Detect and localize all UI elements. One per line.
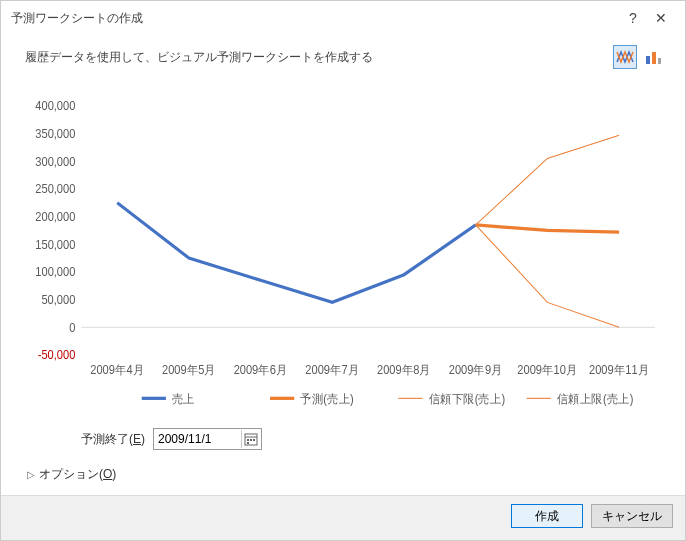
svg-rect-6 bbox=[247, 439, 249, 441]
help-button[interactable]: ? bbox=[619, 7, 647, 29]
y-tick-label: 400,000 bbox=[35, 100, 75, 112]
x-tick-label: 2009年9月 bbox=[449, 364, 503, 376]
legend-label: 予測(売上) bbox=[300, 392, 354, 404]
chart-type-group bbox=[613, 45, 665, 69]
chart-type-line-button[interactable] bbox=[613, 45, 637, 69]
svg-rect-9 bbox=[247, 442, 249, 444]
x-tick-label: 2009年10月 bbox=[517, 364, 577, 376]
legend-label: 信頼下限(売上) bbox=[429, 392, 506, 404]
svg-rect-8 bbox=[253, 439, 255, 441]
svg-rect-1 bbox=[652, 52, 656, 64]
forecast-end-label: 予測終了(E) bbox=[81, 431, 145, 448]
chart-type-bar-button[interactable] bbox=[641, 45, 665, 69]
y-tick-label: 50,000 bbox=[41, 294, 75, 306]
y-tick-label: 200,000 bbox=[35, 211, 75, 223]
y-tick-label: 250,000 bbox=[35, 183, 75, 195]
x-tick-label: 2009年6月 bbox=[234, 364, 288, 376]
series-line bbox=[476, 135, 619, 225]
x-tick-label: 2009年4月 bbox=[90, 364, 144, 376]
cancel-button[interactable]: キャンセル bbox=[591, 504, 673, 528]
legend-label: 売上 bbox=[172, 392, 195, 404]
options-label: オプション(O) bbox=[39, 466, 116, 483]
create-button[interactable]: 作成 bbox=[511, 504, 583, 528]
x-tick-label: 2009年8月 bbox=[377, 364, 431, 376]
chart-area: -50,000050,000100,000150,000200,000250,0… bbox=[21, 95, 665, 420]
x-tick-label: 2009年7月 bbox=[305, 364, 359, 376]
subtitle: 履歴データを使用して、ビジュアル予測ワークシートを作成する bbox=[21, 49, 613, 66]
forecast-dialog: 予測ワークシートの作成 ? ✕ 履歴データを使用して、ビジュアル予測ワークシート… bbox=[0, 0, 686, 541]
y-tick-label: 300,000 bbox=[35, 155, 75, 167]
titlebar: 予測ワークシートの作成 ? ✕ bbox=[1, 1, 685, 35]
forecast-end-input-wrapper bbox=[153, 428, 262, 450]
chevron-right-icon: ▷ bbox=[27, 469, 35, 480]
forecast-chart: -50,000050,000100,000150,000200,000250,0… bbox=[21, 95, 665, 420]
line-chart-icon bbox=[616, 48, 634, 66]
svg-rect-7 bbox=[250, 439, 252, 441]
options-toggle[interactable]: ▷ オプション(O) bbox=[27, 466, 665, 483]
bar-chart-icon bbox=[644, 48, 662, 66]
series-line bbox=[476, 225, 619, 327]
forecast-end-row: 予測終了(E) bbox=[81, 428, 665, 450]
x-tick-label: 2009年5月 bbox=[162, 364, 216, 376]
dialog-title: 予測ワークシートの作成 bbox=[11, 10, 619, 27]
subtitle-row: 履歴データを使用して、ビジュアル予測ワークシートを作成する bbox=[21, 45, 665, 69]
y-tick-label: 0 bbox=[69, 321, 75, 333]
y-tick-label: -50,000 bbox=[38, 349, 76, 361]
x-tick-label: 2009年11月 bbox=[589, 364, 649, 376]
close-button[interactable]: ✕ bbox=[647, 7, 675, 29]
series-line bbox=[117, 203, 475, 303]
button-bar: 作成 キャンセル bbox=[1, 495, 685, 540]
y-tick-label: 100,000 bbox=[35, 266, 75, 278]
date-picker-button[interactable] bbox=[241, 430, 259, 448]
y-tick-label: 150,000 bbox=[35, 238, 75, 250]
legend-label: 信頼上限(売上) bbox=[557, 392, 634, 404]
y-tick-label: 350,000 bbox=[35, 127, 75, 139]
calendar-icon bbox=[244, 432, 258, 446]
forecast-end-input[interactable] bbox=[156, 430, 236, 448]
series-line bbox=[476, 225, 619, 232]
svg-rect-0 bbox=[646, 56, 650, 64]
svg-rect-2 bbox=[658, 58, 661, 64]
